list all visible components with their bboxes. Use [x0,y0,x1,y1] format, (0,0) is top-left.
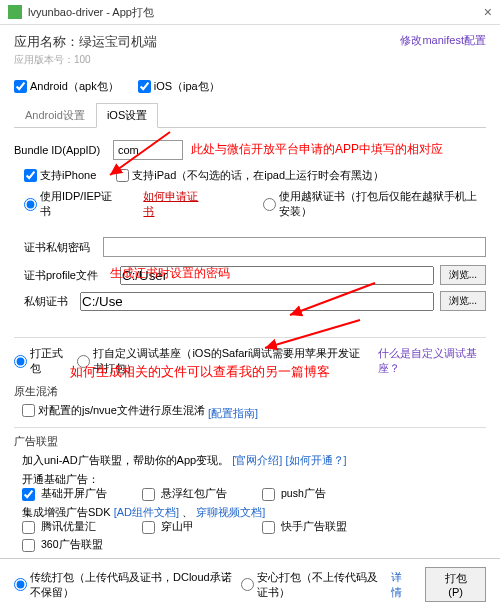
safe-pkg-radio[interactable]: 安心打包（不上传代码及证书） [241,570,383,600]
profile-label: 证书profile文件 [24,268,114,283]
tab-ios[interactable]: iOS设置 [96,103,158,128]
ad-360-checkbox[interactable]: 360广告联盟 [22,538,142,552]
ad-how-link[interactable]: [如何开通？] [285,454,346,466]
key-label: 私钥证书 [24,294,74,309]
bundle-id-label: Bundle ID(AppID) [14,144,109,156]
bundle-id-input[interactable] [113,140,183,160]
cert-pwd-label: 证书私钥密码 [24,240,99,255]
ad-enhance-link1[interactable]: [AD组件文档] [114,506,179,518]
official-build-radio[interactable]: 打正式包 [14,346,67,376]
content: 应用名称：绿运宝司机端 修改manifest配置 应用版本号：100 Andro… [0,25,500,610]
app-icon [8,5,22,19]
support-iphone-checkbox[interactable]: 支持iPhone [24,168,96,183]
tabs: Android设置 iOS设置 [14,103,486,128]
ad-enhance-title: 集成增强广告SDK [22,506,111,518]
custom-build-radio[interactable]: 打自定义调试基座（iOS的Safari调试需要用苹果开发证书打包） [77,346,368,376]
bottom-bar: 传统打包（上传代码及证书，DCloud承诺不保留） 安心打包（不上传代码及证书）… [0,558,500,610]
manifest-link[interactable]: 修改manifest配置 [400,33,486,48]
support-ipad-checkbox[interactable]: 支持iPad（不勾选的话，在ipad上运行时会有黑边） [116,168,384,183]
bottom-detail-link[interactable]: 详情 [391,570,409,600]
annotation-bundle: 此处与微信开放平台申请的APP中填写的相对应 [191,142,443,158]
tab-android[interactable]: Android设置 [14,103,96,127]
android-pkg-checkbox[interactable]: Android（apk包） [14,79,119,94]
ios-pkg-checkbox[interactable]: iOS（ipa包） [138,79,220,94]
ad-enhance-link2[interactable]: 穿聊视频文档] [196,506,265,518]
ad-splash-checkbox[interactable]: 基础开屏广告 [22,487,142,501]
app-name-label: 应用名称：绿运宝司机端 [14,33,157,51]
ad-join-text: 加入uni-AD广告联盟，帮助你的App变现。 [22,454,229,466]
ad-ks-checkbox[interactable]: 快手广告联盟 [262,520,382,534]
close-icon[interactable]: × [484,4,492,20]
svg-line-2 [265,320,360,348]
app-version-label: 应用版本号：100 [14,53,486,67]
package-type-row: Android（apk包） iOS（ipa包） [14,79,486,95]
ad-csj-checkbox[interactable]: 穿山甲 [142,520,262,534]
ad-tencent-checkbox[interactable]: 腾讯优量汇 [22,520,142,534]
ad-intro-link[interactable]: [官网介绍] [232,454,282,466]
cert-pwd-input[interactable] [103,237,486,257]
package-button[interactable]: 打包(P) [425,567,486,602]
ad-float-checkbox[interactable]: 悬浮红包广告 [142,487,262,501]
ad-basic-title: 开通基础广告： [22,472,486,487]
traditional-pkg-radio[interactable]: 传统打包（上传代码及证书，DCloud承诺不保留） [14,570,233,600]
profile-browse-button[interactable]: 浏览... [440,265,486,285]
what-is-custom-link[interactable]: 什么是自定义调试基座？ [378,346,486,376]
key-input[interactable] [80,292,434,311]
idp-cert-radio[interactable]: 使用IDP/IEP证书 [24,189,113,219]
obfuscation-checkbox[interactable]: 对配置的js/nvue文件进行原生混淆 [22,403,205,418]
window-title: lvyunbao-driver - App打包 [28,5,478,20]
idp-cert-link[interactable]: 如何申请证书 [143,189,203,219]
ad-push-checkbox[interactable]: push广告 [262,487,382,501]
profile-input[interactable] [120,266,434,285]
obfuscation-link[interactable]: [配置指南] [208,407,258,419]
obfuscation-title: 原生混淆 [14,384,486,399]
titlebar: lvyunbao-driver - App打包 × [0,0,500,25]
jailbreak-cert-radio[interactable]: 使用越狱证书（打包后仅能在越狱手机上安装） [263,189,486,219]
ad-title: 广告联盟 [14,434,486,449]
key-browse-button[interactable]: 浏览... [440,291,486,311]
